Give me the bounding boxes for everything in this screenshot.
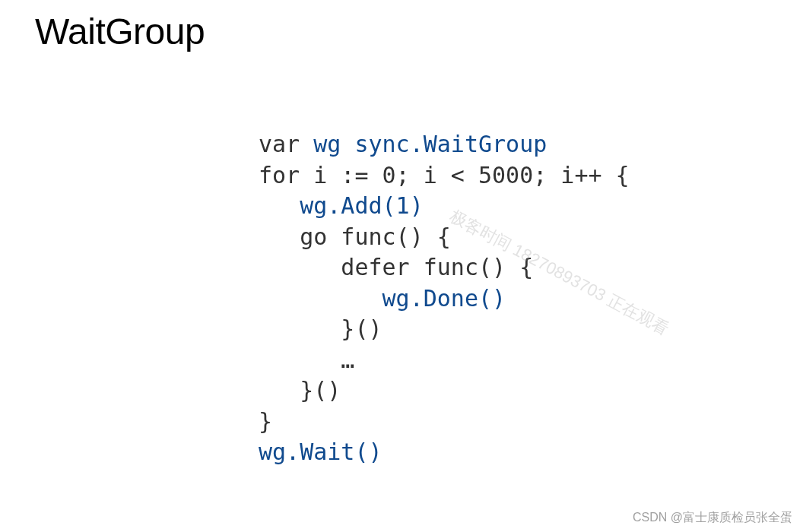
code-line-1-ident: wg sync.WaitGroup xyxy=(313,131,547,157)
code-line-4: go func() { xyxy=(259,223,451,250)
code-line-8: … xyxy=(259,347,354,373)
code-line-6-indent xyxy=(259,285,382,312)
code-line-11: wg.Wait() xyxy=(259,439,382,465)
code-line-7: }() xyxy=(259,315,382,342)
code-line-6-call: wg.Done() xyxy=(382,285,506,312)
code-line-9: }() xyxy=(259,377,341,404)
watermark-footer: CSDN @富士康质检员张全蛋 xyxy=(633,510,792,526)
code-line-5: defer func() { xyxy=(259,254,533,280)
code-line-10: } xyxy=(259,408,272,435)
code-line-2: for i := 0; i < 5000; i++ { xyxy=(259,162,630,188)
code-block: var wg sync.WaitGroup for i := 0; i < 50… xyxy=(259,129,630,468)
slide-title: WaitGroup xyxy=(35,11,205,52)
code-line-1-keyword: var xyxy=(259,131,313,157)
code-line-3-indent xyxy=(259,192,300,219)
code-line-3-call: wg.Add(1) xyxy=(300,192,424,219)
